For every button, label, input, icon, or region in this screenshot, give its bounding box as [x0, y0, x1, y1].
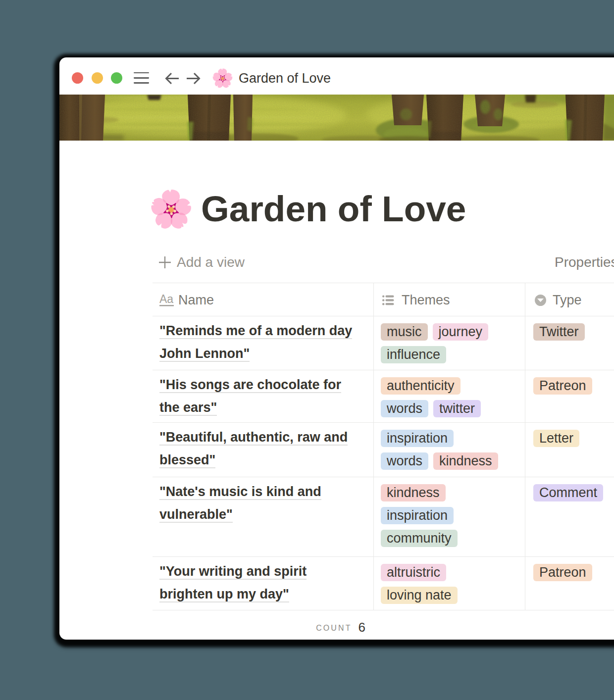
svg-text:Aa: Aa — [159, 294, 173, 305]
